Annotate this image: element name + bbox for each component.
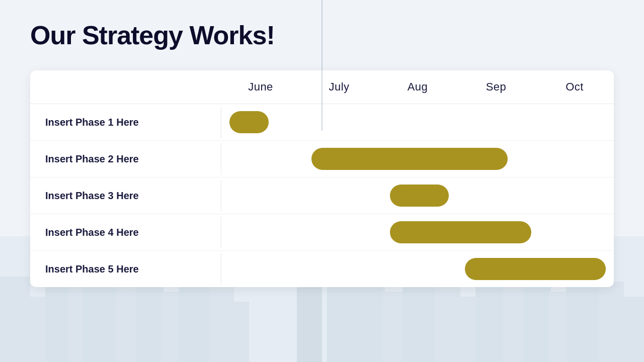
- table-row: Insert Phase 2 Here: [30, 141, 614, 177]
- phase-4-bar: [390, 221, 531, 243]
- month-june: June: [221, 70, 300, 104]
- svg-rect-24: [503, 287, 526, 362]
- svg-rect-21: [435, 282, 460, 362]
- svg-rect-1: [0, 277, 30, 362]
- phase-2-bar: [311, 148, 508, 170]
- phase-4-chart: [221, 214, 614, 250]
- svg-rect-28: [599, 282, 624, 362]
- table-row: Insert Phase 3 Here: [30, 177, 614, 214]
- main-content: Our Strategy Works! June July Aug Sep Oc…: [0, 0, 644, 287]
- table-row: Insert Phase 4 Here: [30, 214, 614, 251]
- svg-rect-17: [327, 287, 355, 362]
- svg-rect-29: [621, 297, 644, 362]
- phase-2-chart: [221, 141, 614, 177]
- svg-rect-6: [116, 282, 138, 362]
- svg-rect-8: [161, 292, 181, 362]
- phase-1-label: Insert Phase 1 Here: [30, 107, 221, 138]
- phase-4-label: Insert Phase 4 Here: [30, 217, 221, 248]
- gantt-header: June July Aug Sep Oct: [30, 70, 614, 104]
- gantt-body: Insert Phase 1 Here Insert Phase 2 Here …: [30, 104, 614, 287]
- phase-1-chart: [221, 104, 614, 140]
- months-header: June July Aug Sep Oct: [221, 70, 614, 104]
- phase-3-bar: [390, 185, 449, 207]
- phase-2-label: Insert Phase 2 Here: [30, 143, 221, 175]
- vertical-divider: [321, 70, 323, 131]
- phase-5-chart: [221, 251, 614, 287]
- svg-rect-22: [458, 297, 478, 362]
- svg-rect-10: [209, 282, 234, 362]
- svg-rect-11: [231, 302, 249, 362]
- phase-3-label: Insert Phase 3 Here: [30, 180, 221, 212]
- svg-rect-2: [28, 297, 48, 362]
- svg-rect-26: [548, 292, 569, 362]
- table-row: Insert Phase 5 Here: [30, 251, 614, 287]
- gantt-chart: June July Aug Sep Oct Insert Phase 1 Her…: [30, 70, 614, 287]
- month-sep: Sep: [457, 70, 535, 104]
- month-july: July: [300, 70, 378, 104]
- svg-rect-19: [382, 292, 405, 362]
- month-oct: Oct: [535, 70, 614, 104]
- svg-rect-4: [68, 287, 86, 362]
- month-aug: Aug: [378, 70, 457, 104]
- svg-rect-25: [523, 277, 551, 362]
- phase-1-bar: [229, 111, 269, 133]
- phase-3-chart: [221, 177, 614, 214]
- label-header: [30, 70, 221, 104]
- phase-5-label: Insert Phase 5 Here: [30, 253, 221, 285]
- phase-5-bar: [465, 258, 606, 280]
